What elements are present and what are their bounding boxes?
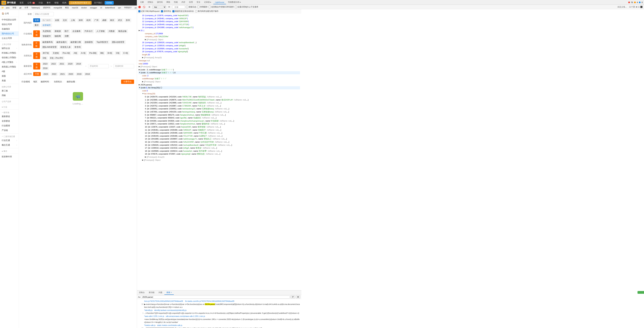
sidebar-item-hkstock[interactable]: 港股 — [0, 74, 19, 78]
ct-new[interactable]: 新功能 — [147, 290, 156, 295]
founded-2020[interactable]: 2020 — [67, 72, 74, 76]
tag-input[interactable]: 请输入行业标签 — [33, 12, 54, 16]
industry-medical[interactable]: 医疗 — [63, 29, 70, 33]
round-c[interactable]: C轮 — [114, 51, 121, 55]
latest-2022[interactable]: 2022 — [50, 62, 57, 66]
round-cplus[interactable]: C+轮 — [122, 51, 130, 55]
sidebar-item-supply-chain[interactable]: 产业链 — [0, 128, 19, 133]
feedback-button[interactable]: 意见反馈 — [638, 291, 644, 294]
industry-auto[interactable]: 汽车出行 — [83, 29, 94, 33]
region-wuhan[interactable]: 武汉 — [116, 18, 124, 22]
debug-button[interactable]: 已在调试程序中暂停 ⏸ — [69, 1, 92, 4]
sidebar-item-hk-us[interactable]: 港美股上市预告 — [0, 64, 19, 69]
ct-console[interactable]: 控制台 — [137, 290, 147, 295]
bookmark-ui[interactable]: UI — [99, 6, 103, 9]
industry-service[interactable]: 企业服务 — [71, 29, 82, 33]
bookmark-design[interactable]: 华美设计 — [123, 6, 133, 9]
latest-2019[interactable]: 2019 — [75, 62, 82, 66]
dt-tab-lighthouse[interactable]: Lighthouse — [213, 0, 226, 4]
industry-energy[interactable]: 新能源 — [53, 29, 62, 33]
latest-2021[interactable]: 2021 — [58, 62, 66, 66]
region-suzhou[interactable]: 苏州 — [124, 18, 131, 22]
console-refresh-btn[interactable]: ↺ — [290, 295, 295, 298]
nav-event[interactable]: 事件 — [45, 1, 52, 5]
sidebar-item-neeq[interactable]: 新三板 — [0, 88, 19, 93]
industry-hardware[interactable]: 智能硬件 — [41, 34, 52, 38]
special-amount[interactable]: 融资金额大 — [55, 40, 68, 44]
dt-tab-recorder[interactable]: 记录器 ▸ — [202, 0, 213, 4]
sidebar-item-startup[interactable]: 创业公司库 — [0, 22, 19, 27]
special-ai-research[interactable]: 团队AI科研背景 — [41, 45, 58, 49]
bookmark-docker[interactable]: docker — [80, 6, 88, 9]
region-chengdu[interactable]: 成都 — [101, 18, 108, 22]
sidebar-item-all-track[interactable]: 全部赛道 — [0, 119, 19, 124]
nav-org[interactable]: 机构 — [61, 1, 68, 5]
end-time-input[interactable]: 结束时间 — [114, 64, 134, 68]
record-button[interactable] — [138, 6, 141, 8]
special-patent[interactable]: 有专利 — [73, 45, 82, 49]
disable-cache-label[interactable]: 停用缓存 — [197, 6, 208, 8]
sidebar-item-industry-cross[interactable]: 行业互通 › — [0, 138, 19, 143]
th-region[interactable]: 地区 — [33, 80, 37, 84]
nav-industry[interactable]: 行业 — [37, 1, 44, 5]
sidebar-item-premium[interactable]: 中华优质企业库 › — [0, 18, 19, 22]
round-angel[interactable]: 天使轮 — [51, 51, 60, 55]
cors-control-label[interactable]: 在控制台中控制CORS请求 — [208, 6, 234, 8]
ct-search[interactable]: 搜索 × — [164, 290, 174, 295]
cors-method-checkbox[interactable] — [235, 6, 237, 8]
region-hangzhou[interactable]: 杭州 — [85, 18, 92, 22]
special-rd[interactable]: 研发投入多 — [59, 45, 72, 49]
region-quanguo[interactable]: 全国 — [54, 18, 60, 22]
pay-export-btn[interactable]: 付费导出 — [121, 80, 134, 84]
top-select[interactable]: top — [152, 5, 166, 9]
nav-company[interactable]: 公司 N — [26, 1, 36, 5]
sidebar-item-investment[interactable]: 投资事件库 — [0, 154, 19, 159]
industry-advanced[interactable]: 先进制造 — [41, 29, 52, 33]
founded-not-limit-btn[interactable]: 不限 — [33, 72, 41, 76]
th-round[interactable]: 当前轮次 ↓ — [54, 80, 63, 84]
console-clear-btn[interactable]: ⊗ — [296, 295, 300, 298]
founded-2019[interactable]: 2019 — [76, 72, 83, 76]
cb-xmlhttprequest[interactable]: ✓ 记录 XMLHttpRequest — [138, 10, 160, 12]
dt-tab-network[interactable]: 网络 — [165, 0, 172, 4]
industry-ai[interactable]: 人工智能 — [95, 29, 106, 33]
disable-cache-checkbox[interactable] — [197, 6, 200, 8]
th-amount[interactable]: 融资金额 ↓ — [67, 80, 76, 84]
sidebar-item-domestic[interactable]: 国内创业公司 — [0, 31, 19, 36]
special-school[interactable]: 团队名校背景 — [110, 40, 126, 44]
nav-home[interactable]: 首页 — [18, 1, 25, 5]
dt-tab-elements[interactable]: 元素 — [138, 0, 146, 4]
bookmark-compare[interactable]: 进进对比 — [42, 6, 52, 9]
region-nanjing[interactable]: 南京 — [109, 18, 116, 22]
special-window[interactable]: 融资窗口期 — [69, 40, 82, 44]
preserve-log-checkbox[interactable] — [186, 6, 188, 8]
bookmark-tabletopq[interactable]: TabletopQ — [30, 6, 41, 9]
sidebar-item-ashare[interactable]: A股 — [0, 69, 19, 74]
sidebar-item-kcb[interactable]: 科创板上市预告 › — [0, 51, 19, 55]
founded-2021[interactable]: 2021 — [59, 72, 66, 76]
nav-research[interactable]: 研报 — [53, 1, 60, 5]
region-shenzhen[interactable]: 深圳 — [77, 18, 84, 22]
round-seed[interactable]: 种子轮 — [42, 51, 50, 55]
sidebar-item-company-icon[interactable]: 🏠 公司 — [0, 11, 19, 16]
round-not-limit-btn[interactable]: 不限 — [33, 52, 40, 59]
dt-tab-security[interactable]: 安全 — [195, 0, 202, 4]
not-limit-btn[interactable]: 不限 — [33, 30, 40, 37]
special-continuous[interactable]: 连续获投 — [83, 40, 94, 44]
dt-tab-application[interactable]: 应用 — [187, 0, 194, 4]
bookmark-frontend[interactable]: 前端 — [12, 6, 17, 9]
cb-user-op[interactable]: 将代码评估视为用户操作 — [195, 10, 218, 12]
bookmark-macos[interactable]: macOS — [71, 6, 79, 9]
region-all[interactable]: 全国 — [33, 18, 40, 22]
clear-button[interactable]: 🚫 — [142, 6, 146, 8]
sidebar-item-funding[interactable]: 在融项目 — [0, 27, 19, 31]
logo[interactable]: 🦏 犀牛数据 — [1, 1, 16, 5]
bookmark-java[interactable]: java — [5, 6, 10, 9]
industry-consumer[interactable]: 消费 — [63, 34, 70, 38]
th-industry[interactable]: 行业领域 — [22, 80, 30, 84]
latest-2020[interactable]: 2020 — [66, 62, 74, 66]
cb-timely[interactable]: ✓ 及时评估 — [161, 10, 171, 12]
sidebar-item-ashare-ipo[interactable]: A股上市预告 › — [0, 60, 19, 64]
cors-method-label[interactable]: 仅显示同地方上下文请求 — [235, 6, 258, 8]
round-e-ipo[interactable]: E轮～Pre-IPO — [49, 56, 64, 60]
